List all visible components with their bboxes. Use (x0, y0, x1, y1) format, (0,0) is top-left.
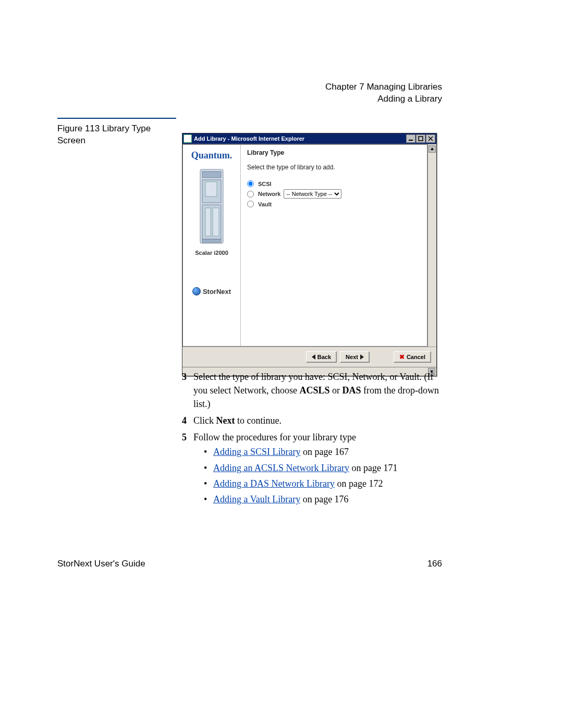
step-3-text: Select the type of library you have: SCS… (193, 370, 443, 411)
step-number-4: 4 (182, 414, 193, 427)
wizard-sidebar: Quantum. Scalar i2000 StorNext (183, 145, 241, 346)
svg-rect-1 (419, 137, 423, 141)
back-button[interactable]: Back (306, 351, 337, 363)
globe-icon (192, 287, 201, 295)
radio-vault-label: Vault (258, 201, 272, 207)
figure-caption: Figure 113 Library Type Screen (57, 123, 176, 147)
svg-rect-10 (213, 208, 219, 236)
stornext-logo: StorNext (192, 287, 231, 301)
radio-scsi[interactable]: SCSI (247, 180, 421, 187)
link-das-library[interactable]: Adding a DAS Network Library (213, 478, 335, 489)
figure-rule (57, 118, 176, 119)
ie-icon (183, 134, 192, 143)
library-type-heading: Library Type (247, 149, 421, 156)
svg-rect-0 (409, 140, 413, 141)
link-vault-library[interactable]: Adding a Vault Library (213, 494, 300, 504)
link-scsi-library[interactable]: Adding a SCSI Library (213, 447, 300, 457)
cancel-button[interactable]: ✖ Cancel (394, 351, 431, 363)
scroll-up-icon[interactable] (429, 145, 436, 153)
cancel-x-icon: ✖ (399, 353, 405, 361)
svg-rect-11 (202, 239, 221, 242)
titlebar: Add Library - Microsoft Internet Explore… (182, 133, 436, 144)
step-4-text: Click Next to continue. (193, 414, 443, 427)
close-button[interactable] (426, 134, 435, 143)
back-label: Back (317, 354, 331, 360)
model-label: Scalar i2000 (195, 250, 228, 256)
stornext-text: StorNext (203, 288, 231, 295)
footer-page: 166 (427, 559, 442, 569)
next-button[interactable]: Next (340, 351, 370, 363)
steps-block: 3 Select the type of library you have: S… (182, 370, 443, 511)
radio-scsi-input[interactable] (247, 180, 254, 187)
step-5-text: Follow the procedures for your library t… (193, 430, 443, 444)
svg-rect-9 (205, 208, 211, 236)
chapter-label: Chapter 7 Managing Libraries (325, 81, 442, 93)
step-number-5: 5 (182, 430, 193, 508)
wizard-button-bar: Back Next ✖ Cancel (182, 347, 436, 367)
radio-vault[interactable]: Vault (247, 201, 421, 207)
link-acsls-library[interactable]: Adding an ACSLS Network Library (213, 463, 349, 473)
radio-network[interactable]: Network -- Network Type -- (247, 189, 421, 199)
radio-vault-input[interactable] (247, 201, 254, 207)
window-title: Add Library - Microsoft Internet Explore… (194, 135, 406, 142)
library-type-subtext: Select the type of library to add. (247, 164, 421, 171)
svg-rect-7 (205, 182, 217, 196)
tail-3: on page 172 (335, 478, 383, 489)
ie-window: Add Library - Microsoft Internet Explore… (182, 133, 437, 376)
back-arrow-icon (312, 354, 315, 360)
tail-1: on page 167 (300, 447, 348, 457)
network-type-select[interactable]: -- Network Type -- (284, 189, 341, 199)
next-arrow-icon (360, 354, 364, 360)
quantum-logo: Quantum. (191, 150, 232, 161)
tape-library-illustration (196, 167, 227, 245)
step-number-3: 3 (182, 370, 193, 411)
vertical-scrollbar[interactable] (427, 144, 436, 347)
maximize-button[interactable] (416, 134, 425, 143)
minimize-button[interactable] (406, 134, 415, 143)
next-label: Next (346, 354, 358, 360)
radio-network-label: Network (258, 191, 280, 197)
svg-rect-5 (202, 171, 221, 178)
radio-network-input[interactable] (247, 191, 254, 198)
section-label: Adding a Library (325, 93, 442, 105)
radio-scsi-label: SCSI (258, 181, 272, 187)
cancel-label: Cancel (407, 354, 425, 360)
footer-guide: StorNext User's Guide (57, 559, 145, 569)
wizard-content: Library Type Select the type of library … (241, 145, 427, 346)
svg-marker-12 (431, 147, 434, 150)
tail-2: on page 171 (349, 463, 397, 473)
tail-4: on page 176 (300, 494, 348, 504)
